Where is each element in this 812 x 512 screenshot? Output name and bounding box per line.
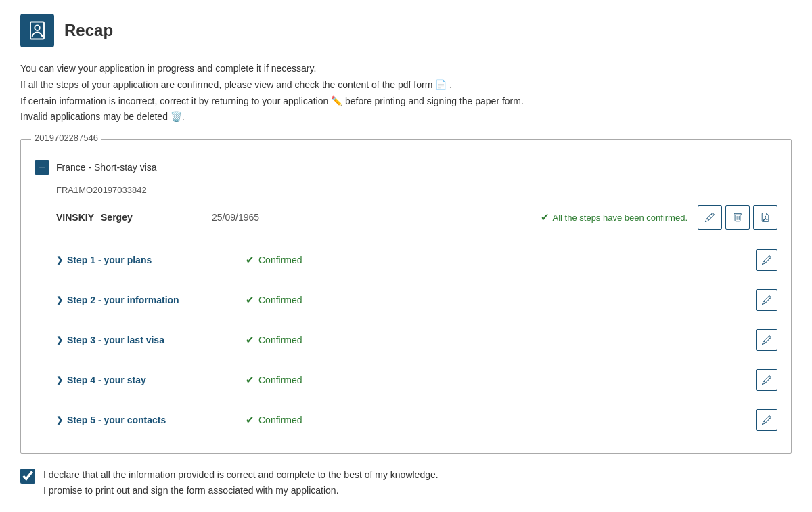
step-2-name[interactable]: ❯ Step 2 - your information	[56, 295, 246, 305]
applicant-last-name: VINSKIY	[56, 212, 94, 223]
step-row: ❯ Step 4 - your stay ✔ Confirmed	[56, 360, 777, 400]
check-icon-step5: ✔	[246, 414, 254, 426]
step-row: ❯ Step 1 - your plans ✔ Confirmed	[56, 240, 777, 280]
check-icon-step4: ✔	[246, 374, 254, 386]
application-box: 2019702287546 − France - Short-stay visa…	[20, 139, 792, 454]
collapse-button[interactable]: −	[35, 160, 49, 175]
chevron-right-icon: ❯	[56, 295, 63, 305]
chevron-right-icon: ❯	[56, 415, 63, 425]
step-3-status: ✔ Confirmed	[246, 334, 756, 346]
step-5-status: ✔ Confirmed	[246, 414, 756, 426]
step-4-status: ✔ Confirmed	[246, 374, 756, 386]
declaration-checkbox[interactable]	[20, 469, 35, 484]
steps-container: ❯ Step 1 - your plans ✔ Confirmed ❯ Step	[56, 240, 777, 440]
step-3-name[interactable]: ❯ Step 3 - your last visa	[56, 335, 246, 345]
step-2-edit-button[interactable]	[756, 289, 777, 311]
step-row: ❯ Step 2 - your information ✔ Confirmed	[56, 280, 777, 320]
step-4-edit-button[interactable]	[756, 369, 777, 391]
pencil-icon-step5	[762, 415, 771, 425]
applicant-dob: 25/09/1965	[212, 212, 259, 223]
pdf-icon-inline: 📄	[435, 79, 447, 90]
page-icon	[20, 14, 54, 47]
step-5-edit-button[interactable]	[756, 409, 777, 431]
trash-icon	[733, 213, 742, 222]
step-4-name[interactable]: ❯ Step 4 - your stay	[56, 375, 246, 385]
application-number: 2019702287546	[31, 133, 102, 143]
info-line-2: If all the steps of your application are…	[20, 77, 792, 93]
step-1-edit-button[interactable]	[756, 249, 777, 271]
visa-type-label: France - Short-stay visa	[56, 162, 157, 173]
pencil-icon-step2	[762, 295, 771, 305]
step-row: ❯ Step 5 - your contacts ✔ Confirmed	[56, 400, 777, 440]
chevron-right-icon: ❯	[56, 255, 63, 265]
pencil-icon-step4	[762, 375, 771, 385]
application-inner: − France - Short-stay visa FRA1MO2019703…	[21, 146, 791, 453]
trash-icon-inline: 🗑️	[171, 111, 182, 122]
applicant-row: VINSKIY Sergey 25/09/1965 ✔ All the step…	[56, 205, 777, 230]
applicant-name: VINSKIY Sergey	[56, 212, 191, 223]
step-1-status: ✔ Confirmed	[246, 254, 756, 266]
pencil-icon-step3	[762, 335, 771, 345]
page-title: Recap	[64, 21, 113, 40]
delete-applicant-button[interactable]	[725, 205, 750, 230]
step-1-name[interactable]: ❯ Step 1 - your plans	[56, 255, 246, 265]
chevron-right-icon: ❯	[56, 335, 63, 345]
check-icon-step1: ✔	[246, 254, 254, 266]
person-icon	[27, 20, 47, 41]
declaration-section: I declare that all the information provi…	[20, 467, 792, 498]
check-icon-step3: ✔	[246, 334, 254, 346]
info-line-1: You can view your application in progres…	[20, 61, 792, 77]
check-icon-step2: ✔	[246, 294, 254, 306]
info-line-4: Invalid applications may be deleted 🗑️.	[20, 109, 792, 125]
all-confirmed-status: ✔ All the steps have been confirmed.	[541, 211, 687, 223]
applicant-action-buttons	[698, 205, 777, 230]
chevron-right-icon: ❯	[56, 375, 63, 385]
reference-number: FRA1MO20197033842	[56, 185, 777, 195]
step-5-name[interactable]: ❯ Step 5 - your contacts	[56, 414, 246, 425]
check-icon-all: ✔	[541, 211, 549, 223]
visa-type-row: − France - Short-stay visa	[35, 160, 777, 175]
declaration-text: I declare that all the information provi…	[43, 467, 438, 498]
step-3-edit-button[interactable]	[756, 329, 777, 351]
info-section: You can view your application in progres…	[20, 61, 792, 125]
svg-point-1	[35, 26, 40, 31]
step-row: ❯ Step 3 - your last visa ✔ Confirmed	[56, 320, 777, 360]
pencil-icon-step1	[762, 255, 771, 265]
page-header: Recap	[20, 14, 792, 47]
edit-applicant-button[interactable]	[698, 205, 722, 230]
pdf-icon	[761, 213, 770, 222]
pdf-applicant-button[interactable]	[753, 205, 777, 230]
step-2-status: ✔ Confirmed	[246, 294, 756, 306]
applicant-first-name: Sergey	[101, 212, 133, 223]
info-line-3: If certain information is incorrect, cor…	[20, 93, 792, 110]
pencil-icon	[705, 213, 715, 222]
pencil-icon-inline: ✏️	[331, 95, 345, 106]
